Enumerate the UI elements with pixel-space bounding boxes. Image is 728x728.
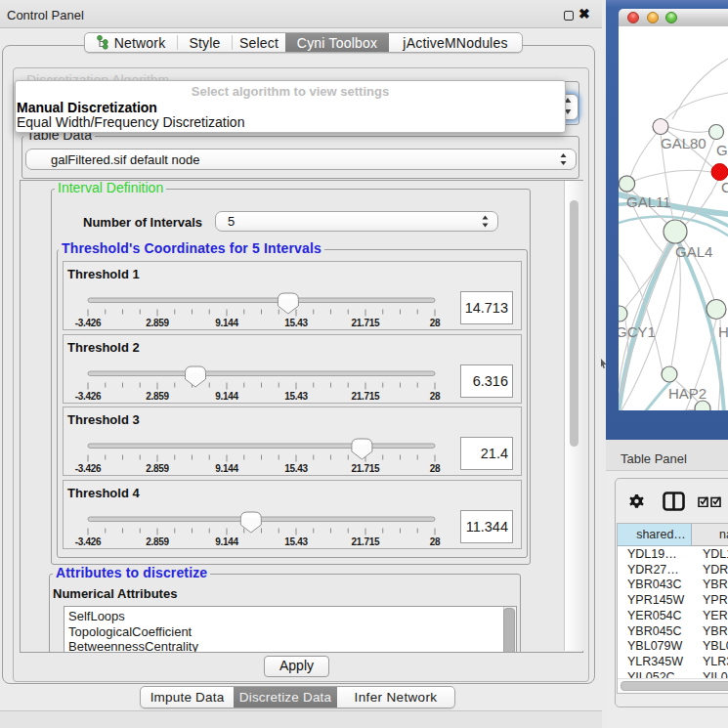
svg-text:HAP2: HAP2 (668, 385, 707, 402)
svg-text:GAL4: GAL4 (675, 243, 712, 260)
svg-text:GCY1: GCY1 (619, 323, 656, 340)
svg-text:GAL80: GAL80 (661, 135, 707, 151)
svg-text:H: H (718, 323, 728, 340)
svg-text:GA: GA (716, 142, 728, 158)
svg-text:GAL11: GAL11 (626, 193, 671, 210)
svg-text:C: C (721, 179, 728, 195)
